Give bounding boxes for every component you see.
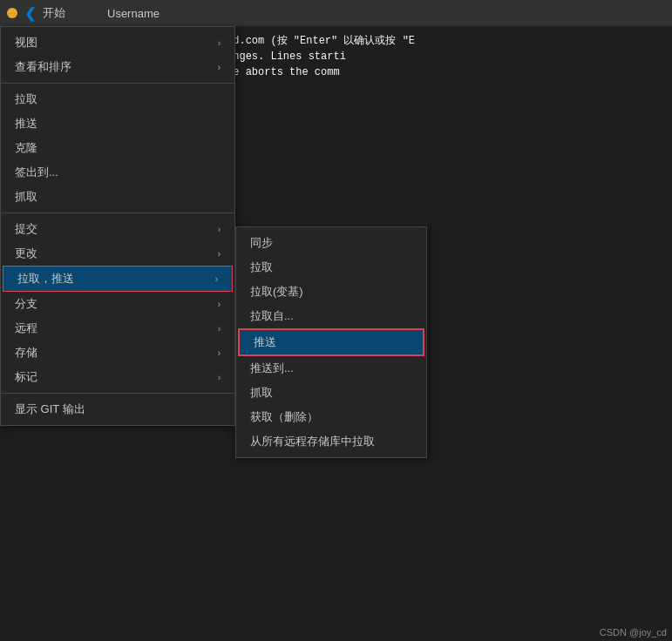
submenu-arrow-icon: › <box>218 373 221 382</box>
menu-item-sort[interactable]: 查看和排序› <box>1 55 234 79</box>
start-label: 开始 <box>43 5 65 21</box>
menu-item-label: 抓取 <box>15 189 221 205</box>
titlebar-dots: ··· <box>9 9 16 18</box>
submenu-item-pull-from[interactable]: 拉取自... <box>236 304 426 328</box>
menu-item-label: 拉取 <box>15 91 221 107</box>
submenu-item-sync[interactable]: 同步 <box>236 231 426 255</box>
submenu-arrow-icon: › <box>218 225 221 234</box>
submenu-item-push-to[interactable]: 推送到... <box>236 356 426 381</box>
menu-item-push[interactable]: 推送 <box>1 111 234 136</box>
submenu-item-pull-rebase[interactable]: 拉取(变基) <box>236 280 426 304</box>
menu-divider <box>1 213 234 213</box>
menu-item-label: 分支 <box>15 296 218 312</box>
menu-item-stash[interactable]: 存储› <box>1 341 234 365</box>
menu-secondary: 同步拉取拉取(变基)拉取自...推送推送到...抓取获取（删除）从所有远程存储库… <box>235 226 427 458</box>
titlebar: ··· ❮ 开始 Username <box>0 0 672 26</box>
menu-item-label: 存储 <box>15 345 218 361</box>
menu-item-label: 视图 <box>15 35 218 51</box>
menu-item-fetch[interactable]: 抓取 <box>1 185 234 209</box>
submenu-item-label: 获取（删除） <box>250 409 412 425</box>
submenu-item-pull2[interactable]: 拉取 <box>236 255 426 280</box>
menu-item-label: 标记 <box>15 369 218 385</box>
menu-item-remote[interactable]: 远程› <box>1 316 234 341</box>
submenu-item-label: 同步 <box>250 235 412 251</box>
menu-item-label: 远程 <box>15 320 218 336</box>
menu-item-branch[interactable]: 分支› <box>1 292 234 316</box>
menu-divider <box>1 83 234 84</box>
menu-item-label: 显示 GIT 输出 <box>15 401 221 417</box>
menu-item-label: 拉取，推送 <box>17 271 215 287</box>
menu-item-checkout[interactable]: 签出到... <box>1 160 234 185</box>
submenu-arrow-icon: › <box>218 324 221 334</box>
submenu-item-label: 拉取 <box>250 260 412 275</box>
vscode-icon: ❮ <box>24 5 36 22</box>
submenu-item-label: 推送到... <box>250 361 412 376</box>
menu-item-pull[interactable]: 拉取 <box>1 87 234 111</box>
watermark: CSDN @joy_cd <box>600 627 667 638</box>
window-control[interactable]: ··· <box>7 8 17 18</box>
submenu-item-label: 拉取(变基) <box>250 284 412 300</box>
submenu-item-label: 从所有远程存储库中拉取 <box>250 434 412 449</box>
menu-item-view[interactable]: 视图› <box>1 30 234 55</box>
submenu-item-fetch-prune[interactable]: 获取（删除） <box>236 405 426 429</box>
menu-item-tag[interactable]: 标记› <box>1 365 234 389</box>
submenu-item-pull-all[interactable]: 从所有远程存储库中拉取 <box>236 429 426 454</box>
menu-item-label: 更改 <box>15 246 218 261</box>
submenu-item-fetch2[interactable]: 抓取 <box>236 381 426 405</box>
submenu-arrow-icon: › <box>215 274 218 284</box>
menu-item-clone[interactable]: 克隆 <box>1 136 234 160</box>
menu-item-pull-push[interactable]: 拉取，推送› <box>3 266 233 292</box>
submenu-arrow-icon: › <box>218 348 221 358</box>
submenu-arrow-icon: › <box>218 249 221 259</box>
menu-divider <box>1 393 234 394</box>
submenu-arrow-icon: › <box>218 63 221 72</box>
username-label: Username <box>107 7 160 20</box>
menu-primary: 视图›查看和排序›拉取推送克隆签出到...抓取提交›更改›拉取，推送›分支›远程… <box>0 26 235 426</box>
submenu-item-label: 拉取自... <box>250 308 412 324</box>
submenu-arrow-icon: › <box>218 300 221 309</box>
menu-item-label: 签出到... <box>15 165 221 180</box>
submenu-arrow-icon: › <box>218 38 221 48</box>
submenu-item-label: 推送 <box>254 334 409 350</box>
menu-item-label: 克隆 <box>15 140 221 156</box>
submenu-item-push2[interactable]: 推送 <box>238 328 424 356</box>
menu-item-label: 查看和排序 <box>15 59 218 75</box>
menu-item-label: 推送 <box>15 116 221 132</box>
menu-item-commit[interactable]: 提交› <box>1 217 234 241</box>
menu-item-show-git-output[interactable]: 显示 GIT 输出 <box>1 397 234 422</box>
submenu-item-label: 抓取 <box>250 385 412 401</box>
menu-item-label: 提交 <box>15 221 218 237</box>
git-menu: 视图›查看和排序›拉取推送克隆签出到...抓取提交›更改›拉取，推送›分支›远程… <box>0 26 235 426</box>
menu-item-changes[interactable]: 更改› <box>1 241 234 266</box>
